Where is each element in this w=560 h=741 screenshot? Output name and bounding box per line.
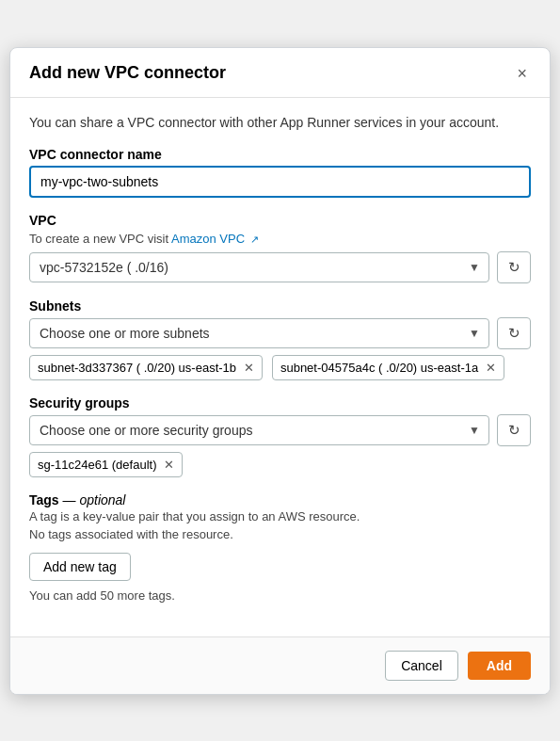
subnet-tag-remove-1[interactable]: ✕	[486, 362, 496, 374]
subnet-tag-item-0: subnet-3d337367 ( .0/20) us-east-1b ✕	[29, 355, 263, 380]
cancel-button[interactable]: Cancel	[385, 651, 458, 681]
amazon-vpc-link[interactable]: Amazon VPC ↗	[171, 232, 259, 246]
vpc-connector-name-input[interactable]	[29, 166, 531, 198]
add-button[interactable]: Add	[468, 652, 531, 680]
vpc-group: VPC To create a new VPC visit Amazon VPC…	[29, 213, 531, 283]
subnets-group: Subnets Choose one or more subnets ▼ ↻ s…	[29, 298, 531, 380]
tags-description: A tag is a key-value pair that you assig…	[29, 509, 531, 524]
vpc-select[interactable]: vpc-5732152e ( .0/16)	[29, 252, 489, 282]
vpc-dropdown-wrapper: vpc-5732152e ( .0/16) ▼	[29, 252, 489, 282]
modal-container: Add new VPC connector × You can share a …	[9, 47, 551, 695]
security-groups-refresh-icon: ↻	[508, 423, 520, 437]
no-tags-text: No tags associated with the resource.	[29, 527, 531, 541]
subnet-tag-text-0: subnet-3d337367 ( .0/20) us-east-1b	[38, 361, 236, 375]
subnets-select[interactable]: Choose one or more subnets	[29, 318, 489, 348]
subnets-dropdown-wrapper: Choose one or more subnets ▼	[29, 318, 489, 348]
modal-header: Add new VPC connector ×	[10, 48, 550, 98]
subnets-refresh-icon: ↻	[508, 326, 520, 340]
sg-tag-text-0: sg-11c24e61 (default)	[38, 458, 156, 472]
modal-title: Add new VPC connector	[29, 63, 226, 83]
vpc-refresh-button[interactable]: ↻	[497, 251, 531, 283]
subnet-tag-item-1: subnet-04575a4c ( .0/20) us-east-1a ✕	[272, 355, 504, 380]
vpc-sub-label-text: To create a new VPC visit	[29, 232, 171, 246]
security-groups-label: Security groups	[29, 395, 531, 411]
add-new-tag-button[interactable]: Add new tag	[29, 553, 131, 581]
tags-optional-label: — optional	[63, 492, 126, 507]
sg-tag-item-0: sg-11c24e61 (default) ✕	[29, 452, 183, 477]
vpc-connector-name-label: VPC connector name	[29, 147, 531, 162]
vpc-sub-label: To create a new VPC visit Amazon VPC ↗	[29, 232, 531, 246]
subnets-label: Subnets	[29, 298, 531, 314]
tags-label: Tags — optional	[29, 492, 531, 507]
vpc-dropdown-row: vpc-5732152e ( .0/16) ▼ ↻	[29, 251, 531, 283]
security-groups-select[interactable]: Choose one or more security groups	[29, 415, 489, 445]
subnet-tag-text-1: subnet-04575a4c ( .0/20) us-east-1a	[280, 361, 478, 375]
security-groups-dropdown-wrapper: Choose one or more security groups ▼	[29, 415, 489, 445]
subnets-dropdown-row: Choose one or more subnets ▼ ↻	[29, 317, 531, 349]
subnets-refresh-button[interactable]: ↻	[497, 317, 531, 349]
external-link-icon: ↗	[250, 234, 259, 245]
close-button[interactable]: ×	[513, 63, 531, 84]
security-groups-dropdown-row: Choose one or more security groups ▼ ↻	[29, 414, 531, 446]
vpc-label: VPC	[29, 213, 531, 228]
modal-footer: Cancel Add	[10, 636, 550, 694]
security-groups-refresh-button[interactable]: ↻	[497, 414, 531, 446]
tags-more-text: You can add 50 more tags.	[29, 588, 531, 603]
security-groups-group: Security groups Choose one or more secur…	[29, 395, 531, 477]
description-text: You can share a VPC connector with other…	[29, 115, 531, 130]
subnets-tags-list: subnet-3d337367 ( .0/20) us-east-1b ✕ su…	[29, 349, 531, 380]
vpc-connector-name-group: VPC connector name	[29, 147, 531, 198]
sg-tag-remove-0[interactable]: ✕	[164, 459, 174, 471]
modal-body: You can share a VPC connector with other…	[10, 98, 550, 636]
subnet-tag-remove-0[interactable]: ✕	[244, 362, 254, 374]
security-groups-tags-list: sg-11c24e61 (default) ✕	[29, 446, 531, 477]
vpc-refresh-icon: ↻	[508, 260, 520, 274]
tags-group: Tags — optional A tag is a key-value pai…	[29, 492, 531, 603]
